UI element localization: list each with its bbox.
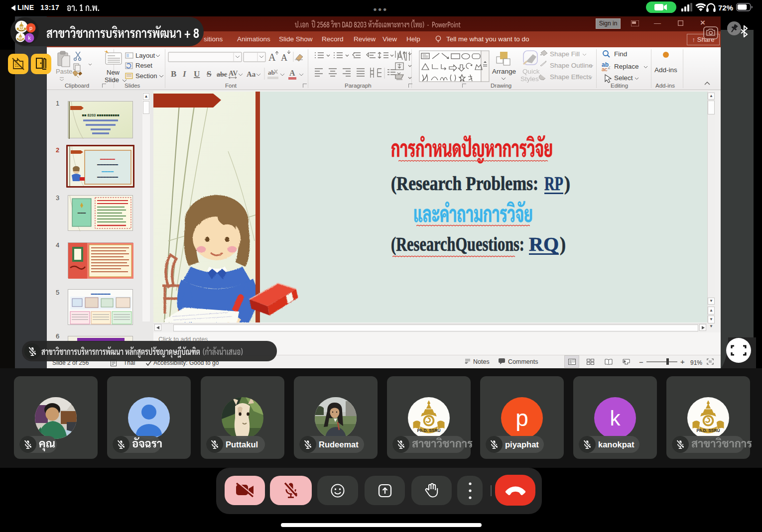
svg-text:▬▬▬▬: ▬▬▬▬: [102, 170, 114, 173]
svg-text:Ph.D. SSRU: Ph.D. SSRU: [697, 428, 720, 433]
svg-text:Arrange: Arrange: [492, 68, 516, 75]
svg-text:Section: Section: [135, 72, 157, 80]
svg-text:Shape Outline: Shape Outline: [550, 62, 593, 69]
svg-text:▬▬▬: ▬▬▬: [78, 211, 86, 214]
svg-text:Shape Effects: Shape Effects: [550, 73, 592, 81]
svg-text:p: p: [29, 25, 32, 31]
svg-text:RQ: RQ: [529, 233, 559, 255]
svg-text:I: I: [182, 69, 187, 79]
svg-text:Styles: Styles: [520, 75, 539, 83]
svg-text:Paste: Paste: [56, 68, 72, 75]
svg-text:(ResearchQuestions:: (ResearchQuestions:: [391, 233, 524, 255]
svg-text:p: p: [515, 405, 528, 431]
svg-text:▬▬▬▬▬▬▬: ▬▬▬▬▬▬▬: [97, 163, 118, 166]
svg-text:AV: AV: [229, 70, 238, 77]
svg-text:A: A: [281, 53, 287, 63]
svg-text:Layout: Layout: [135, 52, 155, 59]
svg-text:S: S: [207, 69, 211, 79]
svg-text:U: U: [194, 69, 200, 79]
svg-text:▬▬▬▬▬▬▬: ▬▬▬▬▬▬▬: [97, 175, 118, 178]
svg-text:Ph.D. SSRU: Ph.D. SSRU: [18, 39, 23, 40]
svg-text:▬▬▬▬▬▬: ▬▬▬▬▬▬: [91, 292, 111, 295]
svg-text:Quick: Quick: [522, 68, 540, 75]
svg-text:abc: abc: [217, 71, 227, 78]
svg-text:New: New: [107, 69, 120, 76]
svg-text:▬▬▬▬▬: ▬▬▬▬▬: [100, 157, 115, 160]
svg-text:Find: Find: [614, 50, 627, 58]
svg-text:Aa: Aa: [247, 70, 256, 78]
svg-text:(Research Problems:: (Research Problems:: [391, 172, 538, 195]
svg-text:): ): [564, 172, 570, 195]
svg-text:k: k: [28, 35, 31, 41]
svg-text:RP: RP: [544, 172, 563, 195]
svg-text:B: B: [171, 69, 176, 79]
svg-text:Reset: Reset: [135, 62, 152, 69]
svg-text:ac: ac: [602, 66, 608, 72]
svg-text:Slide: Slide: [105, 76, 119, 84]
svg-text:Ph.D. SSRU: Ph.D. SSRU: [18, 30, 25, 31]
svg-text:A: A: [268, 52, 276, 63]
svg-text:k: k: [610, 407, 621, 430]
svg-text:ab: ab: [268, 69, 275, 76]
svg-text:■■ 8203 ■■■■■■■■■■: ■■ 8203 ■■■■■■■■■■: [82, 113, 120, 117]
svg-text:Select: Select: [614, 74, 633, 82]
svg-text:): ): [560, 233, 566, 255]
svg-text:A: A: [289, 69, 295, 77]
svg-text:Ph.D. SSRU: Ph.D. SSRU: [417, 428, 441, 433]
svg-text:Replace: Replace: [614, 63, 639, 70]
svg-text:Shape Fill: Shape Fill: [550, 50, 580, 58]
